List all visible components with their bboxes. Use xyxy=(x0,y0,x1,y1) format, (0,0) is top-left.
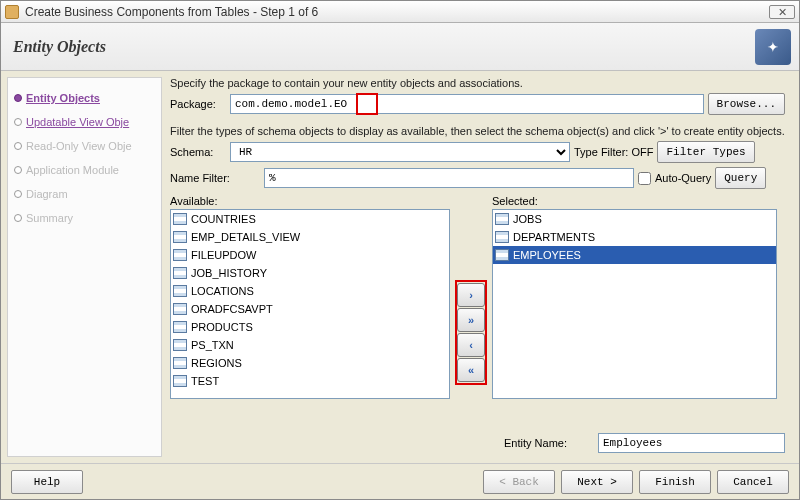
footer: Help < Back Next > Finish Cancel xyxy=(1,463,799,499)
available-listbox[interactable]: COUNTRIESEMP_DETAILS_VIEWFILEUPDOWJOB_HI… xyxy=(170,209,450,399)
main-panel: Specify the package to contain your new … xyxy=(162,77,793,457)
list-item[interactable]: EMP_DETAILS_VIEW xyxy=(171,228,449,246)
table-icon xyxy=(173,339,187,351)
list-item[interactable]: ORADFCSAVPT xyxy=(171,300,449,318)
browse-button[interactable]: Browse... xyxy=(708,93,785,115)
titlebar: Create Business Components from Tables -… xyxy=(1,1,799,23)
filter-types-button[interactable]: Filter Types xyxy=(657,141,754,163)
list-item-label: ORADFCSAVPT xyxy=(191,303,273,315)
list-item-label: DEPARTMENTS xyxy=(513,231,595,243)
query-button[interactable]: Query xyxy=(715,167,766,189)
list-item[interactable]: JOB_HISTORY xyxy=(171,264,449,282)
finish-button[interactable]: Finish xyxy=(639,470,711,494)
highlight-annotation: › » ‹ « xyxy=(455,280,487,385)
move-right-button[interactable]: › xyxy=(457,283,485,307)
list-item-label: PRODUCTS xyxy=(191,321,253,333)
table-icon xyxy=(495,249,509,261)
list-item-label: TEST xyxy=(191,375,219,387)
help-button[interactable]: Help xyxy=(11,470,83,494)
table-icon xyxy=(173,249,187,261)
list-item-label: REGIONS xyxy=(191,357,242,369)
package-label: Package: xyxy=(170,98,226,110)
cancel-button[interactable]: Cancel xyxy=(717,470,789,494)
shuttle-buttons: › » ‹ « xyxy=(450,195,492,427)
list-item[interactable]: FILEUPDOW xyxy=(171,246,449,264)
table-icon xyxy=(173,303,187,315)
table-icon xyxy=(173,267,187,279)
list-item[interactable]: REGIONS xyxy=(171,354,449,372)
wizard-step-label: Application Module xyxy=(26,164,119,176)
wizard-step-diagram: Diagram xyxy=(12,182,157,206)
list-item[interactable]: PS_TXN xyxy=(171,336,449,354)
auto-query-checkbox[interactable] xyxy=(638,172,651,185)
entity-name-input[interactable] xyxy=(598,433,785,453)
table-icon xyxy=(173,213,187,225)
wizard-step-label: Entity Objects xyxy=(26,92,100,104)
list-item-label: PS_TXN xyxy=(191,339,234,351)
wizard-step-updatable-view[interactable]: Updatable View Obje xyxy=(12,110,157,134)
list-item-label: LOCATIONS xyxy=(191,285,254,297)
page-title: Entity Objects xyxy=(13,38,106,56)
wizard-steps-panel: Entity Objects Updatable View Obje Read-… xyxy=(7,77,162,457)
app-icon xyxy=(5,5,19,19)
wizard-step-label: Updatable View Obje xyxy=(26,116,129,128)
next-button[interactable]: Next > xyxy=(561,470,633,494)
list-item[interactable]: TEST xyxy=(171,372,449,390)
wizard-window: Create Business Components from Tables -… xyxy=(0,0,800,500)
list-item[interactable]: PRODUCTS xyxy=(171,318,449,336)
window-title: Create Business Components from Tables -… xyxy=(25,5,769,19)
type-filter-label: Type Filter: OFF xyxy=(574,146,653,158)
table-icon xyxy=(173,285,187,297)
selected-label: Selected: xyxy=(492,195,777,207)
name-filter-label: Name Filter: xyxy=(170,172,260,184)
table-icon xyxy=(173,321,187,333)
list-item-label: JOBS xyxy=(513,213,542,225)
wizard-step-summary: Summary xyxy=(12,206,157,230)
wizard-step-label: Diagram xyxy=(26,188,68,200)
selected-listbox[interactable]: JOBSDEPARTMENTSEMPLOYEES xyxy=(492,209,777,399)
list-item[interactable]: DEPARTMENTS xyxy=(493,228,776,246)
move-all-left-button[interactable]: « xyxy=(457,358,485,382)
table-icon xyxy=(173,375,187,387)
entity-name-label: Entity Name: xyxy=(504,437,594,449)
list-item-label: COUNTRIES xyxy=(191,213,256,225)
name-filter-input[interactable] xyxy=(264,168,634,188)
back-button: < Back xyxy=(483,470,555,494)
wizard-step-entity-objects[interactable]: Entity Objects xyxy=(12,86,157,110)
header: Entity Objects xyxy=(1,23,799,71)
list-item[interactable]: JOBS xyxy=(493,210,776,228)
wizard-step-readonly-view: Read-Only View Obje xyxy=(12,134,157,158)
list-item-label: JOB_HISTORY xyxy=(191,267,267,279)
schema-select[interactable]: HR xyxy=(230,142,570,162)
table-icon xyxy=(173,357,187,369)
list-item-label: EMP_DETAILS_VIEW xyxy=(191,231,300,243)
wizard-step-label: Summary xyxy=(26,212,73,224)
instruction-text: Specify the package to contain your new … xyxy=(170,77,785,89)
header-decoration-icon xyxy=(755,29,791,65)
list-item-label: FILEUPDOW xyxy=(191,249,256,261)
table-icon xyxy=(495,213,509,225)
wizard-step-app-module: Application Module xyxy=(12,158,157,182)
schema-label: Schema: xyxy=(170,146,226,158)
list-item[interactable]: EMPLOYEES xyxy=(493,246,776,264)
list-item-label: EMPLOYEES xyxy=(513,249,581,261)
table-icon xyxy=(495,231,509,243)
table-icon xyxy=(173,231,187,243)
move-left-button[interactable]: ‹ xyxy=(457,333,485,357)
auto-query-label: Auto-Query xyxy=(655,172,711,184)
move-all-right-button[interactable]: » xyxy=(457,308,485,332)
wizard-step-label: Read-Only View Obje xyxy=(26,140,132,152)
close-icon[interactable]: ✕ xyxy=(769,5,795,19)
list-item[interactable]: LOCATIONS xyxy=(171,282,449,300)
instruction-text-2: Filter the types of schema objects to di… xyxy=(170,125,785,137)
package-input[interactable] xyxy=(230,94,704,114)
available-label: Available: xyxy=(170,195,450,207)
list-item[interactable]: COUNTRIES xyxy=(171,210,449,228)
